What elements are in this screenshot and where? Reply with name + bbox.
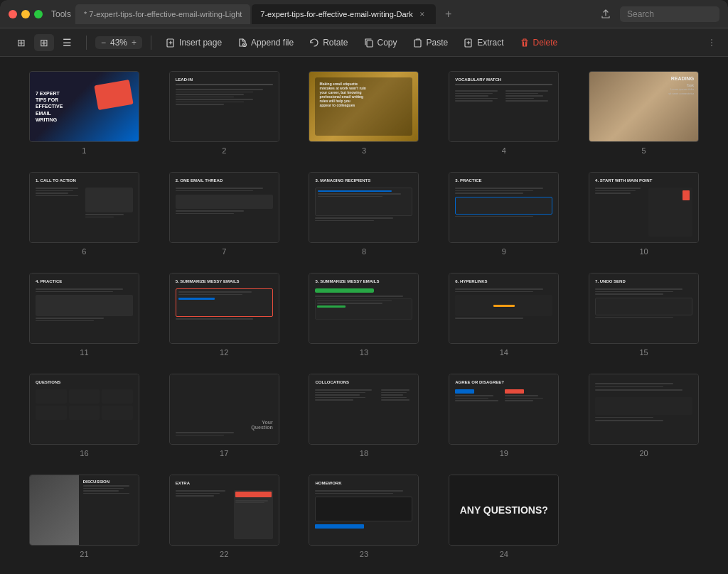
slide-number: 4 — [502, 146, 506, 155]
slide-item[interactable]: EXTRA — [161, 475, 287, 558]
slide-item[interactable]: 3. PRACTICE 9 — [441, 172, 567, 256]
extract-label: Extract — [477, 38, 503, 48]
slide-thumbnail[interactable]: COLLOCATIONS — [309, 374, 419, 445]
slide-item[interactable]: 6. HYPERLINKS 14 — [441, 273, 567, 357]
slide-title: QUESTIONS — [36, 380, 133, 384]
slide-number: 9 — [502, 247, 506, 256]
toolbar: ⊞ ⊞ ☰ − 43% + Insert page Append file — [0, 28, 728, 57]
slide-thumbnail[interactable]: EXTRA — [169, 475, 279, 546]
slide-thumbnail[interactable]: 6. HYPERLINKS — [449, 273, 559, 344]
slide-thumbnail[interactable]: YourQuestion — [169, 374, 279, 445]
slide-thumbnail[interactable]: AGREE OR DISAGREE? — [449, 374, 559, 445]
append-file-icon — [237, 38, 247, 48]
tab-close-button[interactable]: ✕ — [417, 9, 427, 19]
slide-thumbnail[interactable]: DISCUSSION — [29, 475, 139, 546]
insert-page-button[interactable]: Insert page — [160, 35, 228, 50]
slide-item[interactable]: 7 EXPERTTIPS FOREFFECTIVEEMAILWRITING 1 — [21, 71, 147, 155]
slide-item[interactable]: 5. SUMMARIZE MESSY EMAILS 13 — [301, 273, 427, 357]
slide-number: 6 — [82, 247, 86, 256]
slide-thumbnail[interactable]: 7. UNDO SEND — [589, 273, 699, 344]
append-file-button[interactable]: Append file — [232, 35, 299, 50]
new-tab-button[interactable]: + — [440, 6, 457, 23]
slide-number: 14 — [500, 348, 508, 357]
slide-item[interactable]: 2. ONE EMAIL THREAD 7 — [161, 172, 287, 256]
slide-number: 15 — [639, 348, 648, 357]
rotate-label: Rotate — [323, 38, 348, 48]
slide-number: 18 — [360, 449, 368, 457]
slides-grid: 7 EXPERTTIPS FOREFFECTIVEEMAILWRITING 1 … — [21, 71, 707, 558]
slide-thumbnail[interactable]: 1. CALL TO ACTION — [29, 172, 139, 243]
slide-thumbnail[interactable]: QUESTIONS — [29, 374, 139, 445]
tab-active[interactable]: 7-expert-tips-for-effective-email-writin… — [252, 4, 435, 24]
slide-item[interactable]: HOMEWORK 23 — [301, 475, 427, 558]
toolbar-right-handle — [711, 36, 717, 50]
slide-item[interactable]: AGREE OR DISAGREE? — [441, 374, 567, 457]
delete-button[interactable]: Delete — [514, 35, 564, 50]
slide-title: 4. START WITH MAIN POINT — [595, 178, 692, 183]
slide-number: 17 — [220, 449, 228, 457]
slide-item[interactable]: ANY QUESTIONS? 24 — [441, 475, 567, 558]
minimize-button[interactable] — [21, 10, 30, 18]
extract-button[interactable]: Extract — [458, 35, 509, 50]
paste-icon — [413, 38, 423, 48]
slide-item[interactable]: 5. SUMMARIZE MESSY EMAILS 12 — [161, 273, 287, 357]
slide-item[interactable]: Making email etiquettemistakes at work w… — [301, 71, 427, 155]
slide-number: 2 — [222, 146, 226, 155]
app-label: Tools — [51, 9, 71, 19]
slide-thumbnail[interactable] — [589, 374, 699, 445]
zoom-in-button[interactable]: + — [130, 38, 138, 48]
slide-thumbnail[interactable]: 4. PRACTICE — [29, 273, 139, 344]
list-view-button[interactable]: ☰ — [57, 34, 77, 51]
copy-button[interactable]: Copy — [358, 35, 403, 50]
slide-thumbnail[interactable]: 3. MANAGING RECIPIENTS — [309, 172, 419, 243]
slide-item[interactable]: READING Task Lorem ipsum dolorsit amet c… — [581, 71, 707, 155]
slide-thumbnail[interactable]: VOCABULARY MATCH — [449, 71, 559, 142]
slide-title: 5. SUMMARIZE MESSY EMAILS — [176, 279, 273, 283]
paste-button[interactable]: Paste — [407, 35, 454, 50]
slide-thumbnail[interactable]: Making email etiquettemistakes at work w… — [309, 71, 419, 142]
slide-item[interactable]: LEAD-IN 2 — [161, 71, 287, 155]
slide-number: 20 — [639, 449, 648, 457]
close-button[interactable] — [9, 10, 17, 18]
slide-thumbnail[interactable]: 5. SUMMARIZE MESSY EMAILS — [309, 273, 419, 344]
slide-thumbnail[interactable]: 4. START WITH MAIN POINT — [589, 172, 699, 243]
titlebar-right — [597, 6, 719, 23]
slide-item[interactable]: 20 — [581, 374, 707, 457]
zoom-level: 43% — [110, 38, 127, 48]
slide-item[interactable]: DISCUSSION 21 — [21, 475, 147, 558]
slide-title: 1. CALL TO ACTION — [36, 178, 133, 183]
search-input[interactable] — [620, 6, 719, 22]
slide-thumbnail[interactable]: 2. ONE EMAIL THREAD — [169, 172, 279, 243]
slide-number: 3 — [362, 146, 366, 155]
slide-item[interactable]: COLLOCATIONS — [301, 374, 427, 457]
slide-item[interactable]: 7. UNDO SEND 15 — [581, 273, 707, 357]
slide-thumbnail[interactable]: 5. SUMMARIZE MESSY EMAILS — [169, 273, 279, 344]
slide-item[interactable]: 4. START WITH MAIN POINT 10 — [581, 172, 707, 256]
slide-item[interactable]: YourQuestion 17 — [161, 374, 287, 457]
slide-item[interactable]: VOCABULARY MATCH — [441, 71, 567, 155]
rotate-icon — [309, 38, 319, 48]
slide-thumbnail[interactable]: 7 EXPERTTIPS FOREFFECTIVEEMAILWRITING — [29, 71, 139, 142]
slide-thumbnail[interactable]: ANY QUESTIONS? — [449, 475, 559, 546]
slide-item[interactable]: QUESTIONS — [21, 374, 147, 457]
separator-2 — [151, 36, 151, 50]
slide-thumbnail[interactable]: HOMEWORK — [309, 475, 419, 546]
tab-inactive-label: * 7-expert-tips-for-effective-email-writ… — [84, 10, 242, 18]
tab-inactive[interactable]: * 7-expert-tips-for-effective-email-writ… — [75, 4, 250, 24]
slide-thumbnail[interactable]: READING Task Lorem ipsum dolorsit amet c… — [589, 71, 699, 142]
share-button[interactable] — [597, 6, 614, 23]
slide-thumbnail[interactable]: 3. PRACTICE — [449, 172, 559, 243]
slide-item[interactable]: 1. CALL TO ACTION — [21, 172, 147, 256]
slide-number: 16 — [80, 449, 88, 457]
zoom-out-button[interactable]: − — [100, 38, 107, 48]
slide-content: 7 EXPERTTIPS FOREFFECTIVEEMAILWRITING — [36, 90, 63, 122]
slide-item[interactable]: 3. MANAGING RECIPIENTS 8 — [301, 172, 427, 256]
fullscreen-button[interactable] — [34, 10, 43, 18]
grid-view-button[interactable]: ⊞ — [34, 34, 54, 51]
sidebar-toggle-button[interactable]: ⊞ — [11, 34, 31, 51]
slide-item[interactable]: 4. PRACTICE 11 — [21, 273, 147, 357]
rotate-button[interactable]: Rotate — [304, 35, 353, 50]
slide-thumbnail[interactable]: LEAD-IN — [169, 71, 279, 142]
slide-title: EXTRA — [176, 481, 273, 485]
slide-number: 23 — [360, 550, 368, 558]
